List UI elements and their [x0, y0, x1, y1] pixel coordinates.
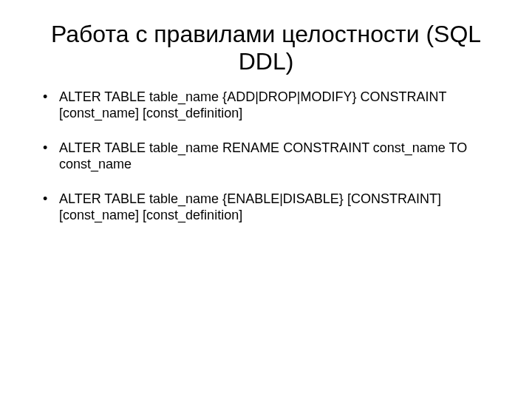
slide: Работа с правилами целостности (SQL DDL)…: [0, 0, 532, 256]
list-item: ALTER TABLE table_name RENAME CONSTRAINT…: [37, 140, 495, 173]
bullet-list: ALTER TABLE table_name {ADD|DROP|MODIFY}…: [37, 89, 495, 224]
list-item: ALTER TABLE table_name {ADD|DROP|MODIFY}…: [37, 89, 495, 122]
slide-title: Работа с правилами целостности (SQL DDL): [37, 21, 495, 75]
list-item: ALTER TABLE table_name {ENABLE|DISABLE} …: [37, 191, 495, 224]
